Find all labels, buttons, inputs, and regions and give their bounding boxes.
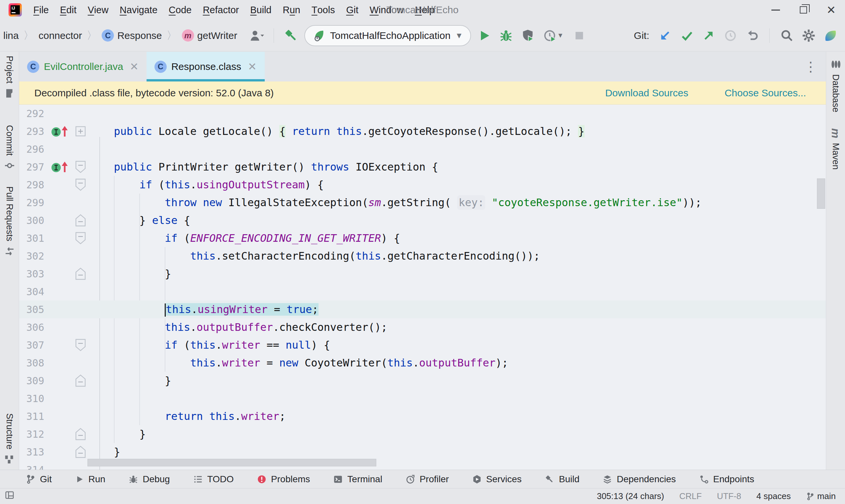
fold-collapse-icon[interactable] — [75, 428, 86, 441]
tool-window-services[interactable]: Services — [472, 474, 522, 485]
menu-tools[interactable]: Tools — [306, 0, 341, 20]
line-number[interactable]: 309 — [19, 375, 50, 386]
vertical-scrollbar[interactable] — [817, 178, 825, 209]
user-account-button[interactable] — [248, 27, 265, 44]
implementing-method-icon[interactable] — [50, 124, 69, 139]
line-number[interactable]: 310 — [19, 393, 50, 404]
close-button[interactable]: ✕ — [817, 0, 845, 20]
breadcrumb-item-lina[interactable]: lina — [2, 28, 20, 43]
tab-options-icon[interactable]: ⋮ — [795, 59, 826, 74]
git-update-button[interactable] — [656, 27, 674, 44]
line-number[interactable]: 314 — [19, 464, 50, 470]
choose-sources-link[interactable]: Choose Sources... — [724, 87, 806, 98]
line-number[interactable]: 303 — [19, 268, 50, 280]
fold-collapse-icon[interactable] — [75, 374, 86, 387]
line-number[interactable]: 293 — [19, 126, 50, 137]
code-text[interactable]: if (this.usingOutputStream) { — [88, 176, 324, 194]
fold-collapse-icon[interactable] — [75, 160, 86, 174]
menu-navigate[interactable]: Navigate — [114, 0, 163, 20]
code-text[interactable]: if (ENFORCE_ENCODING_IN_GET_WRITER) { — [88, 229, 400, 247]
profiler-button[interactable]: ▼ — [541, 27, 566, 44]
run-configuration-select[interactable]: TomcatHalfEchoApplication ▼ — [304, 25, 471, 46]
code-text[interactable]: } — [88, 265, 171, 283]
close-tab-icon[interactable]: ✕ — [246, 60, 257, 73]
breadcrumb-item-getWriter[interactable]: mgetWriter — [180, 28, 239, 43]
menu-refactor[interactable]: Refactor — [197, 0, 245, 20]
run-button[interactable] — [476, 27, 493, 44]
stop-button[interactable] — [571, 27, 588, 44]
fold-collapse-icon[interactable] — [75, 445, 86, 458]
line-number[interactable]: 296 — [19, 143, 50, 155]
menu-view[interactable]: View — [82, 0, 114, 20]
code-text[interactable]: } — [88, 372, 171, 390]
tool-window-run[interactable]: Run — [75, 474, 105, 485]
sidebar-item-commit[interactable]: Commit — [2, 125, 17, 171]
menu-build[interactable]: Build — [245, 0, 277, 20]
tool-window-dependencies[interactable]: Dependencies — [602, 474, 676, 485]
line-number[interactable]: 311 — [19, 411, 50, 422]
code-text[interactable]: throw new IllegalStateException(sm.getSt… — [88, 194, 702, 212]
implementing-method-icon[interactable] — [50, 160, 69, 174]
code-text[interactable]: } else { — [88, 212, 190, 229]
tab-EvilController.java[interactable]: CEvilController.java✕ — [19, 52, 146, 82]
menu-code[interactable]: Code — [163, 0, 197, 20]
sidebar-item-pull-requests[interactable]: Pull Requests — [2, 186, 17, 257]
line-number[interactable]: 305 — [19, 304, 50, 315]
menu-run[interactable]: Run — [277, 0, 306, 20]
line-number[interactable]: 302 — [19, 250, 50, 262]
fold-collapse-icon[interactable] — [75, 178, 86, 191]
line-number[interactable]: 308 — [19, 357, 50, 369]
horizontal-scrollbar[interactable] — [87, 459, 376, 466]
line-separator[interactable]: CRLF — [679, 491, 702, 501]
menu-edit[interactable]: Edit — [54, 0, 82, 20]
sidebar-item-maven[interactable]: m Maven — [828, 128, 843, 169]
menu-file[interactable]: File — [28, 0, 54, 20]
tool-window-profiler[interactable]: Profiler — [405, 474, 449, 485]
line-number[interactable]: 313 — [19, 446, 50, 458]
code-text[interactable]: } — [88, 425, 145, 443]
code-text[interactable]: this.setCharacterEncoding(this.getCharac… — [88, 247, 540, 265]
line-number[interactable]: 312 — [19, 429, 50, 440]
sidebar-item-project[interactable]: Project — [2, 56, 17, 98]
line-number[interactable]: 304 — [19, 286, 50, 298]
coverage-button[interactable] — [519, 27, 536, 44]
indent-setting[interactable]: 4 spaces — [757, 491, 791, 501]
code-text[interactable]: this.usingWriter = true; — [88, 301, 318, 318]
code-text[interactable]: } — [88, 443, 120, 461]
search-everywhere-button[interactable] — [778, 27, 795, 44]
settings-button[interactable] — [800, 27, 817, 44]
fold-collapse-icon[interactable] — [75, 338, 86, 352]
menu-git[interactable]: Git — [341, 0, 364, 20]
code-text[interactable]: this.outputBuffer.checkConverter(); — [88, 318, 387, 336]
file-encoding[interactable]: UTF-8 — [717, 491, 741, 501]
code-text[interactable]: public Locale getLocale() { return this.… — [88, 122, 584, 140]
debug-button[interactable] — [497, 27, 515, 44]
fold-expand-icon[interactable] — [75, 126, 86, 137]
breadcrumb-item-connector[interactable]: connector — [37, 28, 84, 43]
line-number[interactable]: 300 — [19, 215, 50, 226]
download-sources-link[interactable]: Download Sources — [605, 87, 688, 98]
line-number[interactable]: 301 — [19, 233, 50, 244]
tool-window-todo[interactable]: TODO — [193, 474, 234, 485]
history-button[interactable] — [722, 27, 739, 44]
close-tab-icon[interactable]: ✕ — [128, 60, 139, 73]
fold-collapse-icon[interactable] — [75, 267, 86, 281]
code-text[interactable]: public PrintWriter getWriter() throws IO… — [88, 158, 438, 176]
plugin-logo-button[interactable] — [822, 27, 839, 44]
rollback-button[interactable] — [744, 27, 761, 44]
tool-window-debug[interactable]: Debug — [128, 474, 170, 485]
line-number[interactable]: 306 — [19, 322, 50, 333]
git-branch-widget[interactable]: main — [806, 491, 836, 501]
tool-window-git[interactable]: Git — [26, 474, 52, 485]
layout-settings-button[interactable] — [5, 490, 15, 502]
line-number[interactable]: 292 — [19, 108, 50, 120]
tool-window-endpoints[interactable]: Endpoints — [699, 474, 755, 485]
code-text[interactable]: return this.writer; — [88, 407, 285, 425]
line-number[interactable]: 299 — [19, 197, 50, 209]
tool-window-problems[interactable]: Problems — [257, 474, 310, 485]
line-number[interactable]: 307 — [19, 339, 50, 351]
fold-collapse-icon[interactable] — [75, 232, 86, 245]
build-project-button[interactable] — [283, 27, 300, 44]
minimize-button[interactable] — [762, 0, 790, 20]
breadcrumb-item-Response[interactable]: CResponse — [100, 28, 163, 43]
